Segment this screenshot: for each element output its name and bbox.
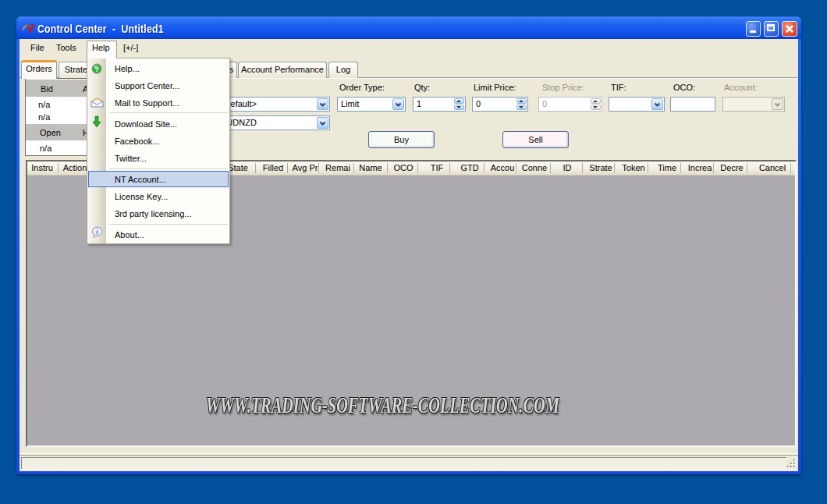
svg-text:?: ? xyxy=(94,66,99,73)
